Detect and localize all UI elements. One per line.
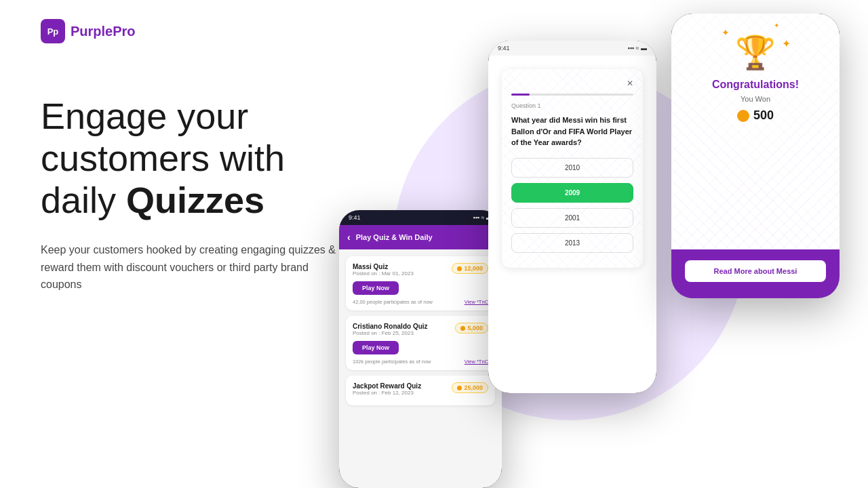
logo-icon: Pp — [41, 19, 65, 43]
coin-icon — [457, 266, 462, 271]
quiz-item-header: Jackpot Reward Quiz Posted on : Feb 12, … — [353, 382, 488, 396]
quiz-item-header: Massi Quiz Posted on : Mar 01, 2023 12,0… — [353, 263, 488, 277]
hero-section: Engage your customers with daily Quizzes… — [41, 95, 339, 293]
quiz-list: Massi Quiz Posted on : Mar 01, 2023 12,0… — [339, 249, 502, 418]
quiz-info: Massi Quiz Posted on : Mar 01, 2023 — [353, 263, 414, 277]
congratulations-title: Congratulations! — [685, 79, 826, 91]
quiz-title: Cristiano Ronaldo Quiz — [353, 323, 428, 330]
quiz-info: Cristiano Ronaldo Quiz Posted on : Feb 2… — [353, 323, 428, 336]
status-time-1: 9:41 — [349, 214, 361, 221]
phone-quiz-question: 9:41 ▪▪▪ ≈ ▬ ✕ Question 1 What year did … — [488, 41, 656, 393]
trophy-icon: 🏆 — [735, 34, 776, 72]
quiz-coins-badge: 5,000 — [455, 323, 488, 333]
quiz-coins-badge: 12,000 — [452, 263, 488, 274]
answer-option[interactable]: 2010 — [511, 158, 633, 178]
status-time-2: 9:41 — [498, 45, 510, 52]
quiz-title: Jackpot Reward Quiz — [353, 382, 421, 390]
quiz-modal-wrapper: ✕ Question 1 What year did Messi win his… — [488, 56, 656, 281]
logo-text: PurplePro — [71, 24, 136, 39]
star-decoration-top: ✦ — [774, 22, 779, 29]
modal-close-btn[interactable]: ✕ — [511, 79, 633, 88]
status-bar-2: 9:41 ▪▪▪ ≈ ▬ — [488, 41, 656, 56]
answer-option[interactable]: 2013 — [511, 233, 633, 253]
star-decoration-right: ✦ — [782, 37, 791, 50]
coins-value: 12,000 — [464, 265, 483, 272]
coins-value: 5,000 — [467, 325, 483, 331]
progress-bar-background — [511, 94, 633, 96]
quiz-modal: ✕ Question 1 What year did Messi win his… — [502, 69, 643, 268]
nav-title-1: Play Quiz & Win Daily — [356, 233, 433, 241]
quiz-coins-badge: 25,000 — [452, 382, 488, 393]
quiz-date: Posted on : Feb 12, 2023 — [353, 390, 421, 396]
quiz-date: Posted on : Mar 01, 2023 — [353, 270, 414, 277]
quiz-item-header: Cristiano Ronaldo Quiz Posted on : Feb 2… — [353, 323, 488, 336]
coin-icon — [460, 326, 465, 331]
back-icon[interactable]: ‹ — [347, 232, 351, 243]
quiz-info: Jackpot Reward Quiz Posted on : Feb 12, … — [353, 382, 421, 396]
participants-count: 102k people participates as of now — [353, 359, 431, 365]
header: Pp PurplePro — [41, 19, 136, 43]
star-decoration-left: ✦ — [722, 27, 730, 38]
quiz-item: Cristiano Ronaldo Quiz Posted on : Feb 2… — [346, 316, 495, 370]
congratulations-button-area: Read More about Messi — [671, 249, 840, 298]
coins-value-big: 500 — [753, 108, 774, 123]
phone1-screen: 9:41 ▪▪▪ ≈ ▬ ‹ Play Quiz & Win Daily Mas… — [339, 210, 502, 488]
tnc-link[interactable]: View *TnC — [465, 359, 488, 365]
coin-icon — [457, 386, 462, 390]
phone-congratulations: ✦ ✦ ✦ 🏆 Congratulations! You Won 500 Rea… — [671, 14, 840, 298]
read-more-button[interactable]: Read More about Messi — [685, 260, 826, 282]
quiz-item: Jackpot Reward Quiz Posted on : Feb 12, … — [346, 375, 495, 405]
phone3-screen: ✦ ✦ ✦ 🏆 Congratulations! You Won 500 Rea… — [671, 14, 840, 298]
coins-amount: 500 — [685, 108, 826, 123]
hero-title: Engage your customers with daily Quizzes — [41, 95, 339, 221]
answer-option[interactable]: 2001 — [511, 208, 633, 228]
participants-count: 42,00 people participates as of now — [353, 299, 433, 305]
quiz-title: Massi Quiz — [353, 263, 414, 270]
quiz-date: Posted on : Feb 25, 2023 — [353, 330, 428, 336]
coins-value: 25,000 — [464, 384, 483, 391]
answer-option-correct[interactable]: 2009 — [511, 183, 633, 203]
question-label: Question 1 — [511, 102, 633, 109]
quiz-footer: 102k people participates as of now View … — [353, 359, 488, 365]
phone1-nav: ‹ Play Quiz & Win Daily — [339, 225, 502, 249]
you-won-label: You Won — [685, 95, 826, 103]
congratulations-content: ✦ ✦ ✦ 🏆 Congratulations! You Won 500 — [671, 14, 840, 249]
quiz-item: Massi Quiz Posted on : Mar 01, 2023 12,0… — [346, 256, 495, 310]
status-icons-2: ▪▪▪ ≈ ▬ — [627, 45, 647, 52]
progress-bar-fill — [511, 94, 530, 96]
quiz-footer: 42,00 people participates as of now View… — [353, 299, 488, 305]
coin-icon-big — [737, 110, 749, 122]
play-now-button[interactable]: Play Now — [353, 341, 399, 354]
phones-area: 9:41 ▪▪▪ ≈ ▬ ‹ Play Quiz & Win Daily Mas… — [298, 0, 868, 488]
question-text: What year did Messi win his first Ballon… — [511, 115, 633, 148]
play-now-button[interactable]: Play Now — [353, 281, 399, 295]
phone2-screen: 9:41 ▪▪▪ ≈ ▬ ✕ Question 1 What year did … — [488, 41, 656, 393]
hero-subtitle: Keep your customers hooked by creating e… — [41, 241, 339, 293]
tnc-link[interactable]: View *TnC — [465, 299, 488, 305]
phone-quiz-list: 9:41 ▪▪▪ ≈ ▬ ‹ Play Quiz & Win Daily Mas… — [339, 210, 502, 488]
status-bar-1: 9:41 ▪▪▪ ≈ ▬ — [339, 210, 502, 225]
